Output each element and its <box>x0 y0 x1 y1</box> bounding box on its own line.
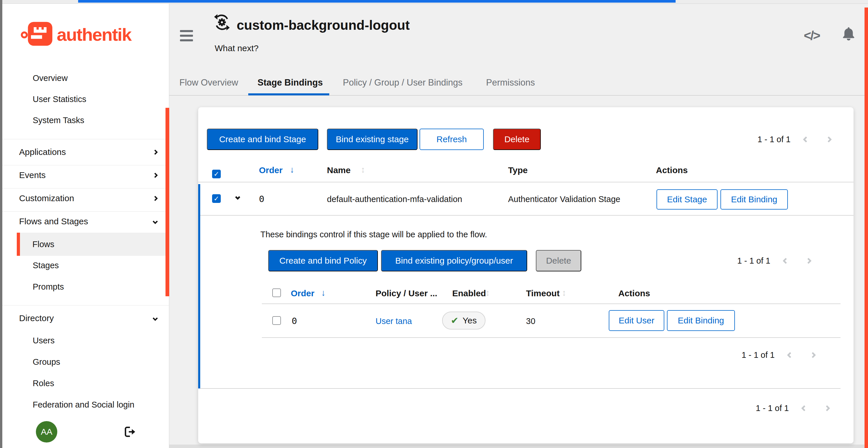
pagination-prev-icon[interactable] <box>801 405 807 411</box>
logout-icon[interactable] <box>123 425 136 440</box>
select-all-checkbox[interactable]: ✓ <box>212 170 221 178</box>
card-divider <box>200 388 840 389</box>
sidebar-item-label: Events <box>19 170 46 180</box>
sidebar-toggle-button[interactable] <box>180 30 193 44</box>
authentik-logo[interactable]: authentik <box>21 20 131 49</box>
enabled-badge: ✔ Yes <box>442 312 486 330</box>
tab-stage-bindings[interactable]: Stage Bindings <box>257 77 323 88</box>
chevron-right-icon <box>153 173 158 178</box>
row-checkbox[interactable]: ✓ <box>212 194 221 203</box>
sort-desc-icon[interactable]: ↓ <box>321 288 326 298</box>
check-circle-icon: ✔ <box>451 315 459 326</box>
sub-select-all-checkbox[interactable] <box>272 288 281 297</box>
page-subtitle: What next? <box>215 43 259 53</box>
sidebar-item-federation[interactable]: Federation and Social login <box>2 394 169 415</box>
tab-permissions[interactable]: Permissions <box>486 77 535 88</box>
edit-binding-sub-button[interactable]: Edit Binding <box>667 310 735 331</box>
create-and-bind-stage-button[interactable]: Create and bind Stage <box>207 129 318 150</box>
sidebar-item-flows[interactable]: Flows <box>17 233 169 256</box>
bind-existing-stage-button[interactable]: Bind existing stage <box>327 129 417 150</box>
user-link[interactable]: User tana <box>376 316 412 326</box>
active-tab-underline <box>248 93 329 95</box>
sidebar-item-label: User Statistics <box>33 95 86 104</box>
column-header-actions: Actions <box>656 165 688 175</box>
sidebar-item-customization[interactable]: Customization <box>2 188 169 209</box>
delete-button[interactable]: Delete <box>493 129 541 150</box>
tab-flow-overview[interactable]: Flow Overview <box>179 77 238 88</box>
sidebar-item-groups[interactable]: Groups <box>2 351 169 372</box>
sort-icon[interactable]: ↕ <box>486 288 490 298</box>
sidebar-divider <box>2 139 169 139</box>
sidebar-item-overview[interactable]: Overview <box>2 68 169 89</box>
pagination-prev-icon[interactable] <box>783 257 789 264</box>
sidebar-item-flows-and-stages[interactable]: Flows and Stages <box>2 211 169 232</box>
page-title: custom-background-logout <box>237 18 410 33</box>
notification-bell-icon[interactable] <box>841 26 856 42</box>
sidebar-item-prompts[interactable]: Prompts <box>2 276 169 297</box>
delete-policy-button[interactable]: Delete <box>536 250 581 271</box>
sidebar-item-stages[interactable]: Stages <box>2 255 169 276</box>
sub-column-header-timeout[interactable]: Timeout <box>526 288 560 298</box>
bind-existing-policy-button[interactable]: Bind existing policy/group/user <box>381 250 527 271</box>
sub-table-header-border <box>262 304 840 304</box>
chevron-right-icon <box>153 149 158 154</box>
sub-column-header-actions: Actions <box>618 288 650 298</box>
user-avatar[interactable]: AA <box>36 421 57 443</box>
create-and-bind-policy-button[interactable]: Create and bind Policy <box>268 250 378 271</box>
sidebar-item-label: Prompts <box>33 282 64 291</box>
pagination-prev-icon[interactable] <box>787 352 793 358</box>
authentik-logo-icon <box>21 20 55 49</box>
hamburger-icon <box>180 30 193 32</box>
column-header-order[interactable]: Order <box>259 165 283 175</box>
sidebar-scrollbar[interactable] <box>165 108 169 296</box>
sidebar-item-applications[interactable]: Applications <box>2 142 169 163</box>
check-icon: ✓ <box>214 195 219 203</box>
sidebar-item-events[interactable]: Events <box>2 165 169 185</box>
tab-policy-group-user-bindings[interactable]: Policy / Group / User Bindings <box>343 77 463 88</box>
pagination-bottom: 1 - 1 of 1 <box>756 402 829 414</box>
pagination-next-icon[interactable] <box>826 136 832 142</box>
edit-stage-button[interactable]: Edit Stage <box>656 189 717 210</box>
sidebar-item-label: Applications <box>19 147 66 157</box>
pagination-next-icon[interactable] <box>824 405 830 411</box>
sidebar-item-label: Flows <box>32 240 54 249</box>
column-header-type: Type <box>508 165 528 175</box>
edit-binding-button[interactable]: Edit Binding <box>720 189 788 210</box>
sidebar-item-user-statistics[interactable]: User Statistics <box>2 89 169 109</box>
sub-table-row-border <box>262 337 840 338</box>
sub-row-checkbox[interactable] <box>272 316 281 325</box>
pagination-next-icon[interactable] <box>810 352 816 358</box>
sidebar-item-system-tasks[interactable]: System Tasks <box>2 110 169 131</box>
sidebar-item-roles[interactable]: Roles <box>2 373 169 394</box>
sort-desc-icon[interactable]: ↓ <box>290 165 294 175</box>
authentik-logo-text: authentik <box>57 24 131 45</box>
window-left-edge <box>0 0 2 448</box>
api-code-icon[interactable]: </> <box>804 28 820 43</box>
refresh-button[interactable]: Refresh <box>420 129 484 150</box>
pagination-prev-icon[interactable] <box>803 136 809 142</box>
pagination-policy-top: 1 - 1 of 1 <box>737 255 811 267</box>
pagination-label: 1 - 1 of 1 <box>737 256 770 266</box>
chevron-right-icon <box>153 196 158 201</box>
stage-bindings-card <box>198 107 854 443</box>
pagination-policy-bottom: 1 - 1 of 1 <box>742 349 815 361</box>
edit-user-button[interactable]: Edit User <box>609 310 664 331</box>
sidebar-item-label: Stages <box>33 261 59 270</box>
sort-icon[interactable]: ↕ <box>361 165 365 175</box>
column-header-name[interactable]: Name <box>327 165 351 175</box>
pagination-next-icon[interactable] <box>806 257 812 264</box>
page-scrollbar[interactable] <box>865 7 868 448</box>
cell-order: 0 <box>259 194 265 204</box>
sidebar-item-users[interactable]: Users <box>2 330 169 351</box>
sidebar-item-label: Overview <box>33 73 68 83</box>
sub-cell-timeout: 30 <box>526 316 535 326</box>
sub-column-header-enabled[interactable]: Enabled <box>452 288 486 298</box>
avatar-initials: AA <box>41 427 52 437</box>
chevron-down-icon <box>153 219 158 224</box>
sort-icon[interactable]: ↕ <box>562 288 566 298</box>
sidebar-item-label: Federation and Social login <box>33 400 134 410</box>
sidebar-item-label: Groups <box>33 357 60 367</box>
flow-process-icon <box>214 14 230 32</box>
sub-column-header-order[interactable]: Order <box>291 288 314 298</box>
sidebar-item-directory[interactable]: Directory <box>2 308 169 329</box>
